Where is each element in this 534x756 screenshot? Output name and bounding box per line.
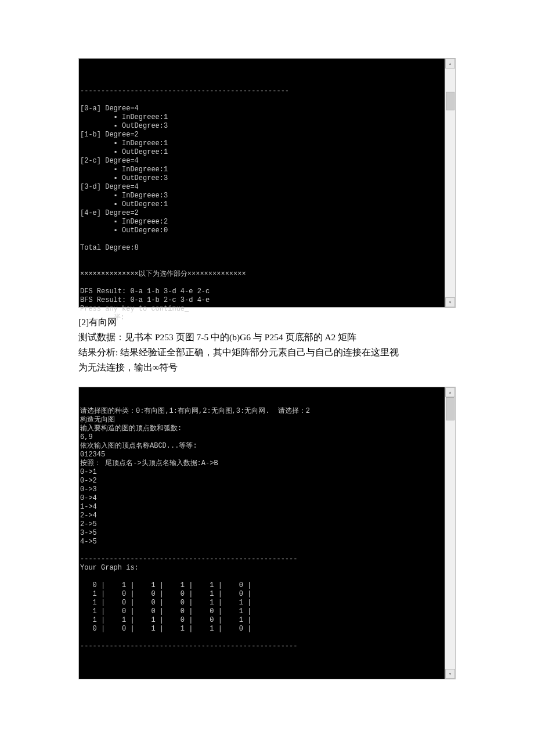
scroll-thumb[interactable]: [446, 397, 454, 420]
names-line: 012345: [80, 451, 105, 459]
counts-line: 6,9: [80, 433, 93, 441]
matrix-row: 0 | 1 | 1 | 1 | 1 | 0 |: [80, 581, 251, 589]
node-outdegree: ▪ OutDegree:3: [114, 122, 168, 130]
scroll-up-button[interactable]: ▴: [445, 59, 455, 69]
node-header: [2-c] Degree=4: [80, 157, 139, 165]
console-content-2: 请选择图的种类：0:有向图,1:有向网,2:无向图,3:无向网. 请选择：2 构…: [79, 405, 455, 653]
build-line: 构造无向图: [80, 416, 115, 424]
edge-line: 0->2: [80, 477, 97, 485]
matrix-row: 0 | 0 | 1 | 1 | 1 | 0 |: [80, 625, 251, 633]
total-degree: Total Degree:8: [80, 244, 139, 252]
edge-line: 0->1: [80, 468, 97, 476]
matrix-row: 1 | 0 | 0 | 0 | 1 | 1 |: [80, 599, 251, 607]
node-outdegree: ▪ OutDegree:0: [114, 226, 168, 235]
bfs-result: BFS Result: 0-a 1-b 2-c 3-d 4-e: [80, 296, 210, 304]
doc-line-4: 为无法连接，输出∞符号: [78, 360, 456, 375]
edge-line: 2->5: [80, 520, 97, 528]
dfs-result: DFS Result: 0-a 1-b 3-d 4-e 2-c: [80, 287, 210, 296]
input-names-line: 依次输入图的顶点名称ABCD...等等:: [80, 442, 197, 450]
node-outdegree: ▪ OutDegree:1: [114, 148, 168, 156]
node-outdegree: ▪ OutDegree:3: [114, 174, 168, 182]
edge-line: 0->3: [80, 485, 97, 494]
matrix-row: 1 | 1 | 1 | 0 | 0 | 1 |: [80, 616, 251, 624]
node-indegree: ▪ InDegreee:1: [114, 113, 168, 121]
node-header: [1-b] Degree=2: [80, 131, 139, 139]
node-header: [3-d] Degree=4: [80, 183, 139, 191]
node-outdegree: ▪ OutDegree:1: [114, 200, 168, 208]
edge-line: 3->5: [80, 529, 97, 537]
node-header: [4-e] Degree=2: [80, 209, 139, 217]
scroll-up-button[interactable]: ▴: [445, 387, 455, 397]
scroll-track[interactable]: [445, 69, 455, 297]
scrollbar[interactable]: ▴ ▾: [445, 59, 455, 307]
divider-line: ----------------------------------------…: [80, 555, 297, 563]
divider-line: ----------------------------------------…: [80, 87, 289, 95]
tail-text: 半:: [80, 314, 125, 322]
node-indegree: ▪ InDegreee:1: [114, 165, 168, 174]
scroll-down-button[interactable]: ▾: [445, 669, 455, 679]
input-ve-line: 输入要构造的图的顶点数和弧数:: [80, 424, 182, 433]
matrix-row: 1 | 0 | 0 | 0 | 1 | 0 |: [80, 590, 251, 598]
edge-line: 1->4: [80, 503, 97, 511]
your-graph: Your Graph is:: [80, 564, 139, 572]
scroll-down-button[interactable]: ▾: [445, 297, 455, 307]
node-indegree: ▪ InDegreee:2: [114, 218, 168, 226]
console-output-1: ----------------------------------------…: [78, 58, 456, 308]
matrix-row: 1 | 0 | 0 | 0 | 0 | 1 |: [80, 607, 251, 615]
scroll-thumb[interactable]: [446, 92, 454, 110]
edge-format-line: 按照： 尾顶点名->头顶点名输入数据:A->B: [80, 459, 218, 467]
edge-line: 4->5: [80, 538, 97, 546]
section-divider: ××××××××××××××以下为选作部分××××××××××××××: [80, 270, 246, 278]
prompt-line: 请选择图的种类：0:有向图,1:有向网,2:无向图,3:无向网. 请选择：2: [80, 407, 310, 415]
console-output-2: 请选择图的种类：0:有向图,1:有向网,2:无向图,3:无向网. 请选择：2 构…: [78, 387, 456, 679]
press-key: Press any key to continue_: [80, 305, 189, 313]
edge-line: 2->4: [80, 512, 97, 520]
edge-line: 0->4: [80, 494, 97, 502]
node-indegree: ▪ InDegreee:3: [114, 192, 168, 200]
node-header: [0-a] Degree=4: [80, 105, 139, 113]
console-content-1: ----------------------------------------…: [79, 76, 455, 325]
scroll-track[interactable]: [445, 397, 455, 669]
node-indegree: ▪ InDegreee:1: [114, 139, 168, 147]
divider-line: ----------------------------------------…: [80, 642, 297, 650]
scrollbar[interactable]: ▴ ▾: [445, 387, 455, 679]
